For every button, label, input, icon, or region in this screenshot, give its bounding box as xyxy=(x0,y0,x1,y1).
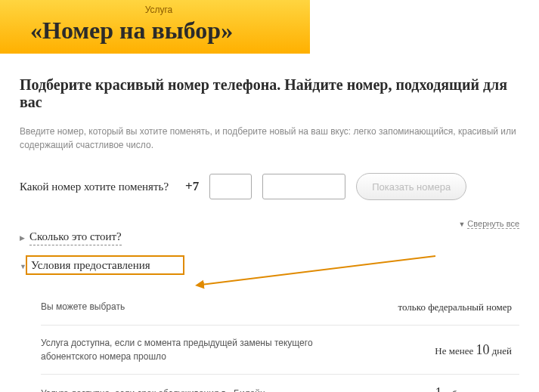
term-label: Услуга доступна, если с момента предыдущ… xyxy=(41,336,328,363)
service-ribbon: Услуга «Номер на выбор» xyxy=(0,0,310,54)
cost-title: Сколько это стоит? xyxy=(29,230,122,245)
terms-title: Условия предоставления xyxy=(31,259,150,274)
chevron-down-icon: ▼ xyxy=(458,221,465,228)
intro-text: Введите номер, который вы хотите поменят… xyxy=(20,125,519,152)
number-form: Какой номер хотите поменять? +7 Показать… xyxy=(20,173,519,200)
term-value: 1 и более месяцев xyxy=(435,385,512,392)
cost-toggle[interactable]: ▶ Сколько это стоит? xyxy=(20,230,519,245)
table-row: Услуга доступна, если с момента предыдущ… xyxy=(41,326,519,375)
show-numbers-button[interactable]: Показать номера xyxy=(356,173,466,200)
page-heading: Подберите красивый номер телефона. Найди… xyxy=(20,76,519,111)
form-label: Какой номер хотите поменять? xyxy=(20,181,169,193)
service-title: «Номер на выбор» xyxy=(30,17,287,45)
term-label: Услуга доступна, если срок обслуживания … xyxy=(41,387,270,393)
table-row: Услуга доступна, если срок обслуживания … xyxy=(41,375,519,392)
phone-code-input[interactable] xyxy=(209,174,252,199)
chevron-right-icon: ▶ xyxy=(20,234,25,242)
term-label: Вы можете выбрать xyxy=(41,300,125,313)
terms-toggle[interactable]: ▼ Условия предоставления xyxy=(20,259,519,274)
service-category: Услуга xyxy=(30,5,287,15)
terms-table: Вы можете выбрать только федеральный ном… xyxy=(20,288,519,392)
phone-number-input[interactable] xyxy=(262,174,345,199)
phone-prefix: +7 xyxy=(185,179,199,194)
collapse-all-link[interactable]: ▼Свернуть все xyxy=(458,219,519,228)
chevron-down-icon: ▼ xyxy=(20,263,26,270)
term-value: только федеральный номер xyxy=(398,298,512,314)
term-value: Не менее 10 дней xyxy=(435,342,512,358)
table-row: Вы можете выбрать только федеральный ном… xyxy=(41,288,519,326)
terms-section: ▼ Условия предоставления Вы можете выбра… xyxy=(20,259,519,392)
cost-section: ▶ Сколько это стоит? xyxy=(20,230,519,245)
